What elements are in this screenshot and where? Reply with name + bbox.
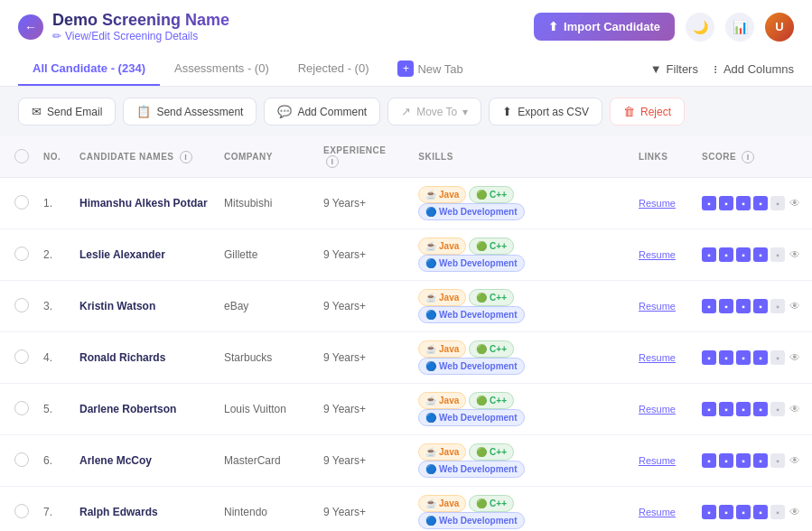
skill-badge: 🟢 C++ [469, 443, 514, 461]
col-links: LINKS [631, 136, 695, 178]
col-skills: SKILLS [411, 136, 631, 178]
row-company: Louis Vuitton [217, 384, 316, 435]
header-left: ← Demo Screening Name ✏ View/Edit Screen… [18, 11, 229, 42]
row-links[interactable]: Resume [631, 178, 695, 229]
tab-rejected[interactable]: Rejected - (0) [284, 52, 384, 86]
score-cube-filled: ▪ [702, 299, 716, 313]
send-email-button[interactable]: ✉ Send Email [18, 98, 116, 126]
row-checkbox[interactable] [0, 281, 36, 332]
score-cube-filled: ▪ [736, 299, 751, 313]
row-company: Gillette [217, 229, 316, 281]
skill-badge: 🔵 Web Development [418, 461, 524, 478]
row-checkbox[interactable] [0, 178, 36, 229]
row-checkbox[interactable] [0, 435, 36, 487]
new-tab-icon: + [397, 61, 414, 77]
eye-icon[interactable]: 👁 [788, 350, 802, 365]
row-company: Mitsubishi [217, 178, 316, 229]
skill-badge: ☕ Java [418, 238, 466, 255]
row-company: MasterCard [217, 435, 316, 487]
eye-icon[interactable]: 👁 [788, 505, 802, 519]
score-cube-filled: ▪ [736, 196, 751, 210]
avatar[interactable]: U [765, 13, 794, 42]
add-columns-button[interactable]: ⫶ Add Columns [713, 62, 794, 76]
eye-icon[interactable]: 👁 [788, 196, 802, 210]
header: ← Demo Screening Name ✏ View/Edit Screen… [0, 0, 812, 87]
score-cube-filled: ▪ [719, 402, 733, 416]
checkbox-header[interactable] [0, 136, 36, 178]
table-row[interactable]: 5. Darlene Robertson Louis Vuitton 9 Yea… [0, 384, 812, 435]
row-name: Arlene McCoy [72, 435, 217, 487]
upload-icon: ⬆ [548, 20, 558, 33]
eye-icon[interactable]: 👁 [788, 299, 802, 313]
col-name[interactable]: CANDIDATE NAMES i [72, 136, 217, 178]
view-edit-link[interactable]: ✏ View/Edit Screening Details [52, 30, 229, 42]
comment-icon: 💬 [277, 105, 292, 118]
score-cube-filled: ▪ [719, 453, 733, 468]
table-row[interactable]: 7. Ralph Edwards Nintendo 9 Years+ ☕ Jav… [0, 487, 812, 532]
move-icon: ↗ [401, 105, 411, 118]
score-cube-filled: ▪ [702, 402, 716, 416]
score-cube-empty: ▪ [770, 402, 785, 416]
filters-button[interactable]: ▼ Filters [650, 62, 698, 76]
row-experience: 9 Years+ [316, 487, 411, 532]
table-row[interactable]: 2. Leslie Alexander Gillette 9 Years+ ☕ … [0, 229, 812, 281]
row-links[interactable]: Resume [631, 281, 695, 332]
moon-icon-button[interactable]: 🌙 [686, 13, 714, 42]
row-experience: 9 Years+ [316, 178, 411, 229]
row-experience: 9 Years+ [316, 435, 411, 487]
table-row[interactable]: 3. Kristin Watson eBay 9 Years+ ☕ Java🟢 … [0, 281, 812, 332]
move-to-button[interactable]: ↗ Move To ▾ [387, 98, 481, 126]
row-links[interactable]: Resume [631, 487, 695, 532]
row-checkbox[interactable] [0, 487, 36, 532]
score-cube-empty: ▪ [770, 196, 785, 210]
row-links[interactable]: Resume [631, 229, 695, 281]
eye-icon[interactable]: 👁 [788, 402, 802, 416]
score-cube-filled: ▪ [753, 350, 768, 365]
tab-assessments[interactable]: Assessments - (0) [160, 52, 284, 86]
add-comment-button[interactable]: 💬 Add Comment [264, 98, 380, 126]
skill-badge: 🔵 Web Development [418, 203, 524, 220]
row-experience: 9 Years+ [316, 384, 411, 435]
import-candidate-button[interactable]: ⬆ Import Candidate [534, 13, 675, 41]
export-csv-button[interactable]: ⬆ Export as CSV [489, 98, 602, 126]
chart-icon-button[interactable]: 📊 [725, 13, 754, 42]
row-no: 1. [36, 178, 72, 229]
candidates-table: NO. CANDIDATE NAMES i COMPANY EXPERIENCE… [0, 136, 812, 531]
row-company: Starbucks [217, 332, 316, 384]
reject-button[interactable]: 🗑 Reject [610, 98, 685, 126]
row-name: Himanshu Alkesh Potdar [72, 178, 217, 229]
table-row[interactable]: 4. Ronald Richards Starbucks 9 Years+ ☕ … [0, 332, 812, 384]
score-icons: ▪▪▪▪▪👁 [702, 350, 805, 365]
row-links[interactable]: Resume [631, 332, 695, 384]
row-name: Leslie Alexander [72, 229, 217, 281]
score-icons: ▪▪▪▪▪👁 [702, 299, 805, 313]
row-company: eBay [217, 281, 316, 332]
title-block: Demo Screening Name ✏ View/Edit Screenin… [52, 11, 229, 42]
tab-new[interactable]: + New Tab [383, 51, 477, 86]
table-row[interactable]: 1. Himanshu Alkesh Potdar Mitsubishi 9 Y… [0, 178, 812, 229]
row-checkbox[interactable] [0, 384, 36, 435]
score-cube-filled: ▪ [702, 350, 716, 365]
row-checkbox[interactable] [0, 229, 36, 281]
score-cube-filled: ▪ [736, 402, 751, 416]
row-links[interactable]: Resume [631, 435, 695, 487]
row-name: Darlene Robertson [72, 384, 217, 435]
row-score: ▪▪▪▪▪👁 [695, 384, 812, 435]
tab-all-candidates[interactable]: All Candidate - (234) [18, 52, 160, 86]
col-experience[interactable]: EXPERIENCE i [316, 136, 411, 178]
send-assessment-button[interactable]: 📋 Send Assessment [123, 98, 257, 126]
row-links[interactable]: Resume [631, 384, 695, 435]
skill-badge: 🔵 Web Development [418, 306, 524, 323]
row-score: ▪▪▪▪▪👁 [695, 229, 812, 281]
table-row[interactable]: 6. Arlene McCoy MasterCard 9 Years+ ☕ Ja… [0, 435, 812, 487]
row-checkbox[interactable] [0, 332, 36, 384]
skill-badge: ☕ Java [418, 340, 466, 358]
col-score[interactable]: SCORE i [695, 136, 812, 178]
eye-icon[interactable]: 👁 [788, 453, 802, 468]
row-skills: ☕ Java🟢 C++🔵 Web Development [411, 178, 631, 229]
score-cube-filled: ▪ [702, 196, 716, 210]
row-score: ▪▪▪▪▪👁 [695, 178, 812, 229]
row-skills: ☕ Java🟢 C++🔵 Web Development [411, 487, 631, 532]
back-button[interactable]: ← [18, 14, 43, 40]
eye-icon[interactable]: 👁 [788, 247, 802, 262]
